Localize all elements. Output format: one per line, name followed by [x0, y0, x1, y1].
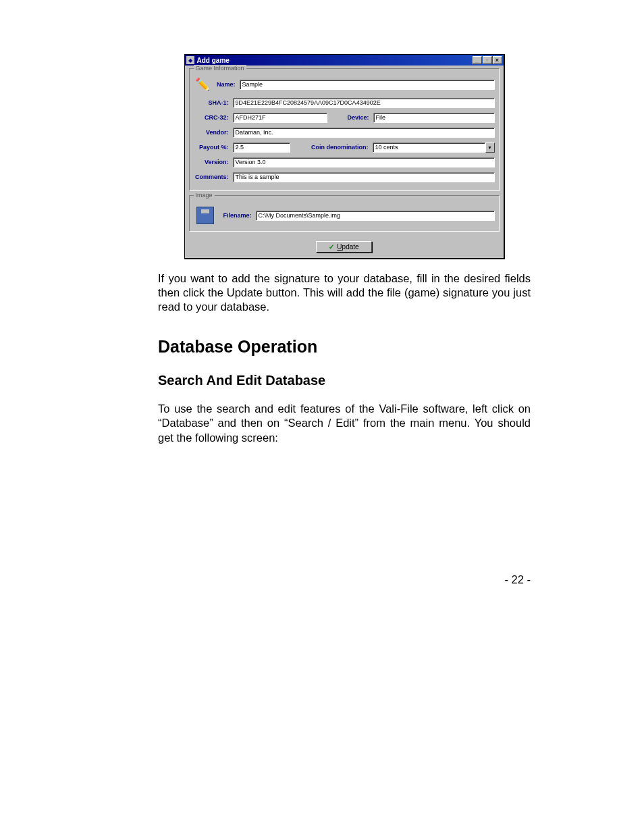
version-label: Version: [194, 159, 233, 165]
crc32-field[interactable]: AFDH271F [233, 113, 327, 123]
sha1-label: SHA-1: [194, 99, 233, 106]
group-legend: Image [194, 192, 215, 199]
name-field[interactable]: Sample [240, 80, 495, 90]
check-icon: ✓ [329, 243, 334, 251]
comments-label: Comments: [194, 174, 233, 180]
paragraph: To use the search and edit features of t… [158, 402, 531, 444]
app-icon: ◆ [186, 56, 194, 64]
payout-field[interactable]: 2.5 [233, 142, 290, 153]
group-legend: Game Information [194, 65, 246, 72]
payout-label: Payout %: [194, 144, 233, 151]
titlebar[interactable]: ◆ Add game _ ▫ × [185, 55, 504, 66]
sha1-field[interactable]: 9D4E21E229B4FC20824579AA09C17D0CA434902E [233, 98, 495, 108]
filename-label: Filename: [221, 212, 256, 219]
comments-field[interactable]: This is a sample [233, 172, 495, 182]
image-group: Image Filename: C:\My Documents\Sample.i… [189, 195, 500, 232]
name-label: Name: [215, 81, 240, 88]
add-game-dialog: ◆ Add game _ ▫ × Game Information ✏️ Nam… [184, 54, 505, 259]
maximize-button[interactable]: ▫ [483, 56, 492, 64]
heading-1: Database Operation [158, 337, 531, 357]
disk-icon [196, 207, 214, 224]
vendor-field[interactable]: Dataman, Inc. [233, 128, 495, 138]
filename-field[interactable]: C:\My Documents\Sample.img [256, 211, 495, 221]
window-title: Add game [197, 57, 472, 64]
page-number: - 22 - [158, 573, 531, 586]
close-button[interactable]: × [493, 56, 502, 64]
coin-denomination-field[interactable]: 10 cents [373, 142, 485, 153]
update-button[interactable]: ✓ Update [316, 241, 371, 253]
update-button-label: Update [337, 243, 358, 251]
device-label: Device: [344, 114, 373, 121]
coin-denomination-dropdown-button[interactable]: ▼ [485, 142, 495, 153]
version-field[interactable]: Version 3.0 [233, 157, 495, 167]
vendor-label: Vendor: [194, 129, 233, 136]
game-icon: ✏️ [194, 76, 211, 93]
heading-2: Search And Edit Database [158, 373, 531, 388]
crc32-label: CRC-32: [194, 114, 233, 121]
coin-denomination-label: Coin denomination: [306, 144, 373, 151]
device-field[interactable]: File [373, 113, 495, 123]
game-information-group: Game Information ✏️ Name: Sample SHA-1: … [189, 68, 500, 191]
paragraph: If you want to add the signature to your… [158, 271, 531, 314]
minimize-button[interactable]: _ [473, 56, 482, 64]
